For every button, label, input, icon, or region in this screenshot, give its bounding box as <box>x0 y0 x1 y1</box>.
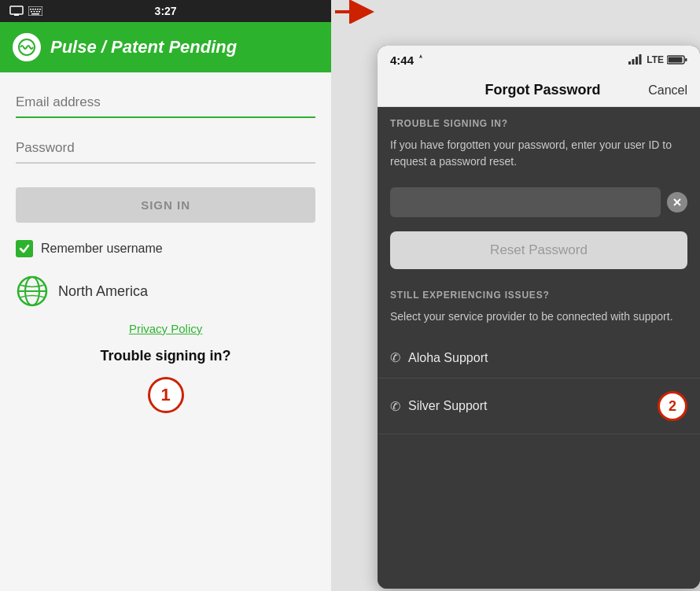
region-label: North America <box>58 283 148 300</box>
step-badge-2: 2 <box>658 391 687 421</box>
svg-rect-12 <box>31 13 39 15</box>
svg-rect-18 <box>628 61 631 65</box>
trouble-section-text: If you have forgotten your password, ent… <box>378 134 700 183</box>
svg-rect-4 <box>32 9 34 10</box>
checkmark-icon <box>19 243 30 254</box>
trouble-text: Trouble signing in? <box>16 348 315 364</box>
svg-rect-3 <box>30 9 31 10</box>
arrow-icon <box>335 0 374 24</box>
globe-icon <box>16 275 49 308</box>
arrow-container <box>331 0 378 24</box>
remember-checkbox[interactable] <box>16 240 33 257</box>
signal-icon <box>628 54 643 65</box>
status-time-right: 4:44 <box>390 54 425 67</box>
svg-rect-0 <box>10 6 23 14</box>
aloha-support-item[interactable]: ✆ Aloha Support <box>378 338 700 379</box>
user-id-input[interactable] <box>390 187 661 217</box>
region-row[interactable]: North America <box>16 275 315 308</box>
pulse-logo-icon <box>17 38 36 57</box>
aloha-support-label: Aloha Support <box>408 351 488 365</box>
privacy-policy-link[interactable]: Privacy Policy <box>16 322 315 335</box>
phone-icon-1: ✆ <box>390 350 400 365</box>
svg-rect-7 <box>39 9 41 10</box>
remember-row: Remember username <box>16 240 315 257</box>
silver-support-item[interactable]: ✆ Silver Support 2 <box>378 379 700 434</box>
status-bar-left-icons <box>9 6 42 17</box>
svg-rect-9 <box>34 11 35 13</box>
svg-rect-1 <box>14 14 19 16</box>
svg-rect-20 <box>636 57 638 65</box>
phone-icon-2: ✆ <box>390 399 400 414</box>
pulse-logo <box>13 33 41 61</box>
right-phone-wrapper: 4:44 LTE <box>378 0 700 589</box>
pulse-header: Pulse / Patent Pending <box>0 22 331 72</box>
sign-in-button[interactable]: SIGN IN <box>16 187 315 223</box>
svg-rect-10 <box>36 11 38 13</box>
issues-section-header: STILL EXPERIENCING ISSUES? <box>378 279 700 305</box>
status-time-left: 3:27 <box>155 5 177 17</box>
status-bar-right: 4:44 LTE <box>378 46 700 74</box>
silver-support-label: Silver Support <box>408 399 488 413</box>
location-icon <box>417 54 425 65</box>
svg-rect-6 <box>37 9 39 10</box>
pulse-app-title: Pulse / Patent Pending <box>50 37 237 57</box>
user-id-row <box>378 183 700 222</box>
svg-rect-23 <box>685 58 687 61</box>
clear-button[interactable] <box>667 192 687 212</box>
password-input[interactable] <box>16 134 315 164</box>
right-status-icons: LTE <box>628 54 687 65</box>
left-phone: 3:27 Pulse / Patent Pending SIGN IN Reme… <box>0 0 331 591</box>
keyboard-icon <box>28 6 42 16</box>
login-form: SIGN IN Remember username North America … <box>0 72 331 591</box>
reset-password-button[interactable]: Reset Password <box>390 231 687 269</box>
issues-section-text: Select your service provider to be conne… <box>378 305 700 338</box>
cancel-button[interactable]: Cancel <box>648 83 687 98</box>
screen-icon <box>9 6 24 17</box>
svg-rect-21 <box>639 54 642 65</box>
status-bar-left: 3:27 <box>0 0 331 22</box>
svg-rect-11 <box>39 11 40 13</box>
forgot-body: TROUBLE SIGNING IN? If you have forgotte… <box>378 107 700 589</box>
svg-rect-5 <box>35 9 36 10</box>
svg-rect-8 <box>31 11 32 13</box>
svg-rect-24 <box>669 57 683 63</box>
forgot-header: Forgot Password Cancel <box>378 74 700 107</box>
forgot-title: Forgot Password <box>485 82 601 98</box>
trouble-section-header: TROUBLE SIGNING IN? <box>378 107 700 134</box>
email-input[interactable] <box>16 88 315 118</box>
lte-label: LTE <box>647 54 664 65</box>
x-icon <box>673 198 681 206</box>
svg-rect-19 <box>632 59 635 65</box>
step-badge-1: 1 <box>148 377 184 413</box>
remember-label: Remember username <box>41 242 163 256</box>
right-phone: 4:44 LTE <box>378 46 700 589</box>
battery-icon <box>667 54 687 65</box>
